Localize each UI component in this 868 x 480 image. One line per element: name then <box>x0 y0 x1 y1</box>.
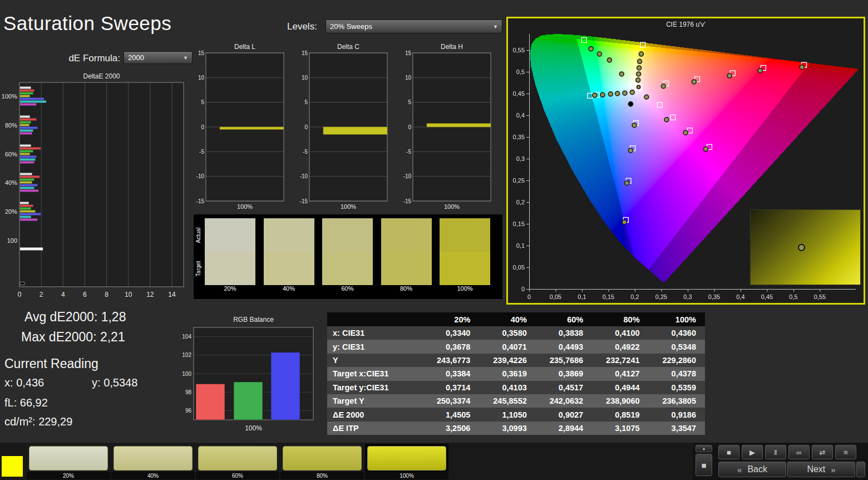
table-value: 0,9027 <box>536 408 592 421</box>
next-button[interactable]: Next » <box>787 462 855 477</box>
svg-text:100%: 100% <box>237 203 253 210</box>
menu-button[interactable]: ≡ <box>835 445 856 459</box>
table-value: 238,9060 <box>592 394 648 408</box>
svg-text:8: 8 <box>105 291 108 298</box>
play-button[interactable]: ▶ <box>742 445 763 459</box>
table-value: 245,8552 <box>479 394 535 408</box>
panel-handle[interactable] <box>856 462 865 477</box>
chevron-down-icon: ▼ <box>493 24 498 30</box>
saturation-tab-60%[interactable]: 60% <box>196 444 279 479</box>
table-value: 0,4378 <box>649 367 705 380</box>
saturation-tab-40%[interactable]: 40% <box>111 444 195 479</box>
play-icon: ▶ <box>749 448 755 457</box>
svg-text:100: 100 <box>182 371 191 377</box>
delta-l-chart: Delta L151050-5-10-15100% <box>196 43 288 210</box>
column-header: 80% <box>592 312 648 326</box>
saturation-tab-80%[interactable]: 80% <box>280 444 364 479</box>
swatch-column-60% <box>322 218 373 285</box>
table-corner-cell <box>327 312 423 326</box>
current-color-indicator <box>2 456 23 477</box>
tab-label: 20% <box>27 472 110 479</box>
svg-text:98: 98 <box>185 389 192 395</box>
svg-text:60%: 60% <box>5 151 17 158</box>
current-x-stat: x: 0,436 <box>4 376 44 389</box>
svg-text:2: 2 <box>40 291 43 298</box>
saturation-tab-100%[interactable]: 100% <box>365 444 448 479</box>
swatch-column-label: 20% <box>205 285 255 292</box>
table-value: 0,8519 <box>592 408 648 421</box>
svg-text:100%: 100% <box>341 203 356 210</box>
table-value: 3,0993 <box>479 422 535 435</box>
table-value: 0,4922 <box>592 340 648 353</box>
row-label: Target Y <box>327 394 423 408</box>
swatch-column-label: 80% <box>381 285 432 292</box>
svg-text:Delta L: Delta L <box>234 43 255 51</box>
delta-c-chart: Delta C151050-5-10-15100% <box>299 43 391 210</box>
saturation-tab-20%[interactable]: 20% <box>27 444 110 479</box>
target-window-button[interactable]: ■ <box>696 454 712 476</box>
column-header: 20% <box>423 312 479 326</box>
loop-button[interactable]: ∞ <box>788 445 810 459</box>
svg-text:100%: 100% <box>2 93 17 100</box>
swatch-column-100% <box>440 218 490 285</box>
bottom-bar: 20%40%60%80%100% ▲ ■ ■▶‖∞⇄≡ « Back Next … <box>0 443 868 480</box>
svg-text:5: 5 <box>201 99 204 105</box>
column-header: 100% <box>649 312 705 326</box>
svg-text:15: 15 <box>302 50 308 56</box>
svg-text:80%: 80% <box>5 122 17 129</box>
inset-measurement-marker <box>798 244 805 251</box>
table-value: 0,4127 <box>592 367 648 380</box>
levels-value: 20% Sweeps <box>330 22 372 31</box>
tab-swatch <box>29 446 108 471</box>
chevron-down-icon: ▼ <box>183 55 188 61</box>
current-y-stat: y: 0,5348 <box>92 376 137 389</box>
table-value: 0,9186 <box>649 408 705 421</box>
target-swatch <box>322 252 373 285</box>
pause-button[interactable]: ‖ <box>765 445 786 459</box>
svg-text:10: 10 <box>198 75 205 81</box>
svg-text:Delta H: Delta H <box>441 43 463 51</box>
svg-text:0: 0 <box>18 291 22 298</box>
cie-zoom-inset <box>750 209 861 285</box>
table-value: 0,5359 <box>649 381 705 394</box>
swatch-column-label: 40% <box>264 285 314 292</box>
svg-text:-5: -5 <box>406 149 411 155</box>
svg-text:6: 6 <box>83 291 87 298</box>
row-label: y: CIE31 <box>327 340 423 353</box>
tab-label: 100% <box>365 472 448 479</box>
table-value: 0,3678 <box>423 340 479 353</box>
svg-text:0: 0 <box>304 124 308 130</box>
column-header: 60% <box>536 312 592 326</box>
svg-text:20%: 20% <box>5 208 17 215</box>
actual-swatch <box>440 218 490 252</box>
de-formula-dropdown[interactable]: 2000 ▼ <box>124 51 193 64</box>
target-swatch <box>264 252 314 285</box>
chevrons-left-icon: « <box>737 465 742 474</box>
stop-button[interactable]: ■ <box>718 445 739 459</box>
swatch-column-label: 60% <box>322 285 373 292</box>
table-value: 242,0632 <box>536 394 592 408</box>
table-value: 0,5348 <box>649 340 705 353</box>
table-value: 0,3340 <box>423 326 479 340</box>
actual-row-label: Actual <box>195 227 201 243</box>
square-icon: ■ <box>701 461 706 470</box>
svg-text:-10: -10 <box>300 173 308 179</box>
de-formula-label: dE Formula: <box>56 53 120 64</box>
shuffle-button[interactable]: ⇄ <box>812 445 833 459</box>
calibration-app: Saturation Sweeps dE Formula: 2000 ▼ Lev… <box>0 0 868 480</box>
svg-text:104: 104 <box>182 334 191 340</box>
svg-text:10: 10 <box>302 75 308 81</box>
table-value: 0,3714 <box>423 381 479 394</box>
cie-title: CIE 1976 u'v' <box>508 21 864 28</box>
table-value: 2,8944 <box>536 422 592 435</box>
chevrons-right-icon: » <box>831 465 835 474</box>
table-value: 0,4944 <box>592 381 648 394</box>
levels-dropdown[interactable]: 20% Sweeps ▼ <box>326 19 502 33</box>
table-value: 1,4505 <box>423 408 479 421</box>
up-arrow-icon: ▲ <box>702 447 706 450</box>
up-button[interactable]: ▲ <box>696 445 712 452</box>
page-title: Saturation Sweeps <box>3 12 171 35</box>
back-button[interactable]: « Back <box>718 462 786 477</box>
svg-text:100: 100 <box>7 237 17 244</box>
svg-text:15: 15 <box>198 50 205 56</box>
